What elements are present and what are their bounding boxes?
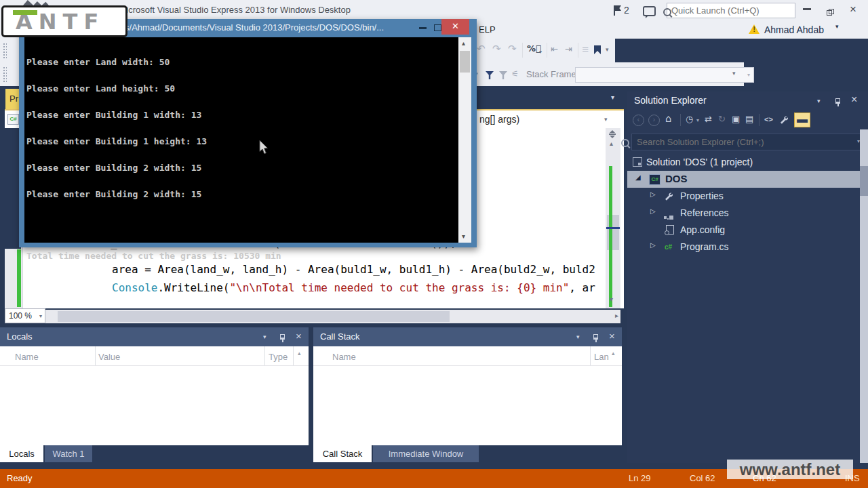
editor-splitter-icon[interactable] — [608, 129, 616, 139]
se-properties-pages-icon[interactable]: ▤ — [745, 115, 753, 123]
editor-hscrollbar[interactable]: ▸ — [45, 310, 620, 323]
quick-launch-input[interactable] — [670, 4, 780, 17]
se-scrollbar[interactable] — [860, 129, 868, 463]
feedback-bubble-icon[interactable] — [643, 6, 656, 19]
toolbar-overflow-chevron-icon[interactable]: ▾ — [539, 49, 542, 55]
nav-method-dropdown[interactable]: ng[] args) — [479, 114, 519, 125]
locals-col-type[interactable]: Type — [269, 352, 288, 362]
console-scroll-down-icon[interactable]: ▾ — [462, 233, 465, 240]
toolbar-drag-handle-2[interactable] — [3, 66, 7, 83]
se-close-icon[interactable]: × — [851, 94, 857, 106]
indent-icon[interactable]: ⇤ — [551, 45, 558, 54]
quick-launch-box[interactable] — [667, 3, 795, 18]
se-back-icon[interactable]: ‹ — [633, 115, 644, 126]
callstack-body: Name Lan ▴ — [313, 346, 622, 445]
se-wrench-icon[interactable] — [779, 115, 788, 124]
tab-locals[interactable]: Locals — [0, 445, 43, 462]
console-minimize-icon[interactable] — [419, 27, 427, 29]
locals-titlebar[interactable]: Locals ▾ × — [0, 327, 309, 346]
console-scrollbar[interactable]: ▴ ▾ — [458, 37, 471, 243]
menu-help[interactable]: ELP — [479, 24, 496, 35]
console-scroll-thumb[interactable] — [460, 51, 470, 73]
scroll-down-icon[interactable]: ▾ — [610, 296, 613, 303]
tree-row-program-cs[interactable]: ▷ c# Program.cs — [627, 239, 868, 256]
se-search-input[interactable] — [635, 136, 835, 148]
tab-call-stack[interactable]: Call Stack — [313, 445, 372, 462]
mouse-cursor — [259, 140, 269, 155]
nav-method-chevron-icon[interactable]: ▾ — [604, 117, 608, 123]
locals-col-value[interactable]: Value — [98, 352, 120, 362]
se-chevron-icon[interactable]: ▾ — [696, 118, 699, 123]
navigate-back-icon[interactable]: ↶ — [477, 44, 486, 54]
tree-row-solution[interactable]: Solution 'DOS' (1 project) — [627, 154, 868, 171]
bookmark-icon[interactable] — [594, 45, 601, 57]
properties-expander-icon[interactable]: ▷ — [650, 191, 656, 198]
callstack-menu-chevron-icon[interactable]: ▾ — [576, 334, 580, 340]
tree-row-references[interactable]: ▷ References — [627, 205, 868, 222]
program-expander-icon[interactable]: ▷ — [650, 242, 656, 249]
project-expander-icon[interactable]: ◢ — [635, 174, 641, 181]
se-home-icon[interactable]: ⌂ — [665, 114, 672, 124]
stack-frame-dropdown[interactable]: ▾ — [575, 67, 754, 83]
solution-explorer-titlebar[interactable]: Solution Explorer ▾ × — [627, 92, 868, 110]
console-maximize-icon[interactable] — [434, 24, 441, 31]
user-account-name[interactable]: Ahmad Ahdab — [764, 24, 824, 35]
se-view-code-icon[interactable]: <> — [764, 115, 773, 123]
filter-flagged-icon[interactable] — [499, 70, 507, 82]
locals-col-name[interactable]: Name — [15, 352, 39, 362]
tree-row-project-dos[interactable]: ◢ C# DOS — [627, 171, 860, 188]
callstack-scroll-up-icon[interactable]: ▴ — [612, 350, 615, 357]
scroll-up-icon[interactable]: ▴ — [610, 140, 613, 147]
console-scroll-up-icon[interactable]: ▴ — [462, 40, 465, 47]
editor-hscroll-thumb[interactable] — [58, 311, 450, 322]
se-show-all-files-icon[interactable]: ▬ — [794, 113, 810, 127]
console-close-button[interactable]: ✕ — [441, 19, 469, 35]
se-sync-icon[interactable]: ⇄ — [705, 115, 712, 123]
locals-pin-icon[interactable] — [279, 333, 285, 345]
outdent-icon[interactable]: ⇥ — [565, 45, 572, 54]
se-forward-icon[interactable]: › — [648, 115, 660, 126]
se-pin-icon[interactable] — [835, 97, 841, 109]
code-line-2[interactable]: Console.WriteLine("\n\nTotal time needed… — [112, 281, 619, 296]
close-button[interactable]: × — [850, 3, 856, 16]
console-window[interactable]: sers/Ahmad/Documents/Visual Studio 2013/… — [19, 19, 477, 247]
se-scroll-thumb[interactable] — [860, 166, 868, 196]
callstack-titlebar[interactable]: Call Stack ▾ × — [313, 327, 622, 346]
locals-menu-chevron-icon[interactable]: ▾ — [263, 334, 267, 340]
editor-vscrollbar[interactable]: ▴ ▾ — [606, 128, 620, 308]
console-content[interactable]: Please enter Land width: 50 Please enter… — [24, 37, 458, 243]
navigate-forward-icon[interactable]: ↷ — [492, 44, 501, 54]
toolbar2-overflow-icon[interactable]: ▾ — [732, 70, 736, 77]
suspend-icon[interactable]: ⚟ — [511, 70, 519, 78]
se-menu-chevron-icon[interactable]: ▾ — [817, 98, 821, 104]
callstack-col-language[interactable]: Lan — [594, 352, 609, 362]
locals-scroll-up-icon[interactable]: ▴ — [298, 350, 301, 357]
restore-button[interactable] — [827, 6, 834, 18]
editor-zoom-control[interactable]: 100 %▾ — [5, 308, 45, 323]
tab-watch-1[interactable]: Watch 1 — [45, 445, 92, 462]
callstack-pin-icon[interactable] — [593, 333, 599, 345]
filter-threads-icon[interactable] — [486, 70, 494, 82]
locals-close-icon[interactable]: × — [296, 330, 302, 342]
comment-icon[interactable]: ≡ — [582, 45, 589, 54]
notifications-flag-icon[interactable] — [614, 5, 622, 18]
notifications-count[interactable]: 2 — [624, 5, 629, 16]
callstack-close-icon[interactable]: × — [609, 330, 615, 342]
window-titlebar[interactable]: DOS (Running) - Microsoft Visual Studio … — [0, 0, 868, 20]
tree-row-properties[interactable]: ▷ Properties — [627, 188, 868, 205]
toolbar-drag-handle[interactable] — [3, 43, 7, 59]
references-expander-icon[interactable]: ▷ — [650, 208, 656, 215]
minimize-button[interactable] — [803, 8, 811, 10]
tab-immediate-window[interactable]: Immediate Window — [373, 445, 479, 462]
se-refresh-icon[interactable]: ↻ — [718, 115, 726, 123]
callstack-col-name[interactable]: Name — [332, 352, 356, 362]
hscroll-right-icon[interactable]: ▸ — [615, 312, 618, 319]
user-chevron-down-icon[interactable]: ▾ — [835, 24, 839, 30]
se-search-box[interactable]: ▾ — [631, 134, 863, 150]
tab-well-overflow-icon[interactable]: ▾ — [611, 94, 614, 101]
se-collapse-all-icon[interactable]: ▣ — [732, 115, 740, 123]
se-pending-changes-icon[interactable]: ◷ — [686, 115, 693, 123]
redo-icon[interactable]: ↷ — [508, 44, 517, 54]
toolbar1-overflow-icon[interactable]: ▾ — [606, 47, 609, 53]
tree-row-app-config[interactable]: App.config — [627, 222, 868, 239]
